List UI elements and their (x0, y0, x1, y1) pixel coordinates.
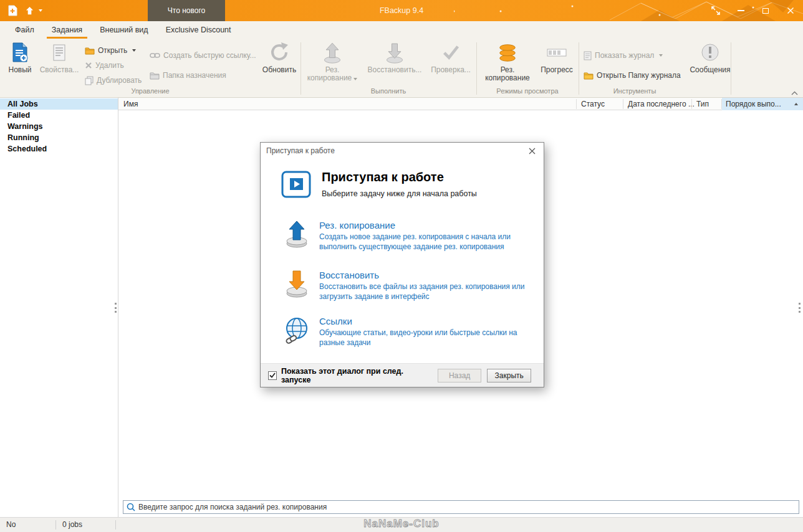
links-option-description: Обучающие статьи, видео-уроки или быстры… (319, 328, 526, 348)
column-type[interactable]: Тип (691, 98, 709, 110)
chevron-down-icon (39, 9, 42, 12)
dialog-close-button[interactable] (525, 146, 539, 156)
show-log-button[interactable]: Показать журнал (584, 49, 663, 62)
run-backup-button[interactable]: Рез. копирование (304, 40, 360, 82)
column-status[interactable]: Статус (576, 98, 605, 110)
search-icon (127, 503, 135, 511)
group-label-tools: Инструменты (579, 87, 691, 95)
progress-view-button[interactable]: Прогресс (536, 40, 577, 74)
duplicate-job-button[interactable]: Дублировать (85, 74, 142, 87)
group-label-manage: Управление (0, 87, 301, 95)
window-title: FBackup 9.4 (0, 0, 803, 21)
new-job-button[interactable]: Новый (4, 40, 36, 74)
tab-file[interactable]: Файл (6, 21, 43, 39)
close-dialog-button[interactable]: Закрыть (487, 369, 531, 382)
sidebar-item-scheduled[interactable]: Scheduled (0, 143, 118, 154)
option-restore[interactable]: Восстановить Восстановить все файлы из з… (283, 270, 526, 302)
ribbon-tab-bar: Файл Задания Внешний вид Exclusive Disco… (0, 21, 803, 39)
column-last-date[interactable]: Дата последнего ... (623, 98, 695, 110)
close-button[interactable] (778, 0, 803, 21)
back-button[interactable]: Назад (438, 369, 482, 382)
jobs-filter-sidebar: All Jobs Failed Warnings Running Schedul… (0, 98, 118, 517)
tab-view[interactable]: Внешний вид (91, 21, 156, 39)
jobs-table-header: Имя Статус Дата последнего ... Тип Поряд… (118, 98, 803, 110)
dialog-header: Приступая к работе Выберите задачу ниже … (281, 170, 477, 199)
chevron-down-icon (659, 54, 663, 57)
new-document-icon (12, 42, 28, 62)
dialog-title: Приступая к работе (266, 146, 335, 155)
delete-icon (85, 62, 92, 69)
sidebar-item-warnings[interactable]: Warnings (0, 121, 118, 132)
link-icon (150, 52, 160, 59)
tab-exclusive-discount[interactable]: Exclusive Discount (157, 21, 240, 39)
progress-icon (546, 43, 567, 62)
log-folder-icon (584, 72, 594, 80)
group-label-view-modes: Режимы просмотра (476, 87, 579, 95)
restore-button[interactable]: Восстановить... (365, 40, 424, 74)
links-option-link[interactable]: Ссылки (319, 316, 526, 326)
backup-stack-icon (497, 41, 518, 64)
column-name[interactable]: Имя (118, 98, 138, 110)
show-dialog-checkbox-label[interactable]: Показать этот диалог при след. запуске (281, 367, 432, 384)
window-controls (703, 0, 803, 21)
properties-icon (52, 44, 66, 61)
right-splitter-handle[interactable] (799, 303, 801, 313)
getting-started-icon (281, 170, 311, 199)
getting-started-dialog: Приступая к работе Приступая к работе Вы… (260, 142, 544, 387)
restore-option-description: Восстановить все файлы из задания рез. к… (319, 282, 526, 302)
test-button[interactable]: Проверка... (426, 40, 475, 74)
restore-down-arrow-icon (383, 41, 406, 64)
backup-view-button[interactable]: Рез. копирование (480, 40, 535, 82)
backup-option-link[interactable]: Рез. копирование (319, 220, 526, 230)
maximize-icon (762, 8, 769, 14)
search-input[interactable] (138, 503, 796, 511)
sidebar-item-running[interactable]: Running (0, 132, 118, 143)
sidebar-item-failed[interactable]: Failed (0, 110, 118, 121)
whats-new-button[interactable]: Что нового (148, 0, 225, 21)
option-links[interactable]: Ссылки Обучающие статьи, видео-уроки или… (283, 316, 526, 348)
delete-job-button[interactable]: Удалить (85, 59, 124, 72)
fullscreen-icon (711, 6, 720, 15)
ribbon-separator (731, 42, 731, 95)
minimize-button[interactable] (728, 0, 753, 21)
restore-option-link[interactable]: Восстановить (319, 270, 526, 280)
sidebar-splitter-handle[interactable] (115, 303, 117, 313)
show-dialog-checkbox[interactable] (268, 371, 277, 380)
dialog-subheading: Выберите задачу ниже для начала работы (322, 189, 477, 198)
restore-option-icon (283, 270, 310, 298)
checkmark-icon (269, 373, 276, 378)
titlebar: Что нового FBackup 9.4 (0, 0, 803, 21)
sort-ascending-icon (794, 103, 798, 105)
messages-button[interactable]: Сообщения (688, 40, 732, 74)
refresh-icon (269, 42, 290, 63)
fullscreen-button[interactable] (703, 0, 728, 21)
refresh-button[interactable]: Обновить (259, 40, 299, 74)
duplicate-icon (85, 76, 94, 85)
dialog-heading: Приступая к работе (322, 170, 477, 184)
open-log-folder-button[interactable]: Открыть Папку журнала (584, 69, 681, 82)
column-exec-order[interactable]: Порядок выпо... (722, 98, 803, 110)
quick-backup-button[interactable] (25, 6, 42, 16)
option-backup[interactable]: Рез. копирование Создать новое задание р… (283, 220, 526, 252)
sidebar-item-all-jobs[interactable]: All Jobs (0, 98, 118, 110)
backup-up-arrow-icon (321, 41, 344, 64)
minimize-icon (738, 10, 744, 11)
tab-jobs[interactable]: Задания (43, 21, 91, 39)
status-messages: No messages (0, 520, 56, 530)
properties-button[interactable]: Свойства... (37, 40, 81, 74)
new-job-icon (7, 5, 17, 16)
dialog-footer: Показать этот диалог при след. запуске Н… (261, 363, 544, 387)
backup-option-description: Создать новое задание рез. копирования с… (319, 232, 526, 252)
dialog-titlebar: Приступая к работе (261, 143, 544, 159)
folder-icon (150, 72, 160, 80)
collapse-ribbon-button[interactable] (791, 88, 798, 97)
destination-folder-button[interactable]: Папка назначения (150, 69, 226, 82)
fbackup-window: Что нового FBackup 9.4 Файл (0, 0, 803, 532)
quick-new-job-button[interactable] (7, 5, 17, 16)
open-job-button[interactable]: Открыть (85, 44, 136, 57)
maximize-button[interactable] (753, 0, 778, 21)
chevron-down-icon (132, 49, 136, 52)
chevron-down-icon (353, 78, 357, 80)
create-quick-link-button[interactable]: Создать быструю ссылку... (150, 49, 256, 62)
status-jobs-count: 0 jobs (56, 520, 116, 530)
